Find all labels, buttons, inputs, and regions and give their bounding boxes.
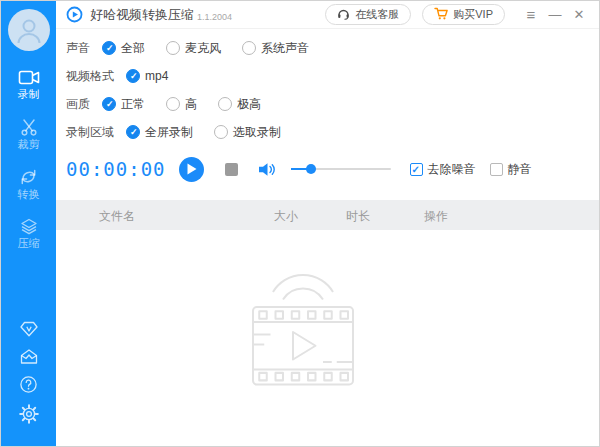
online-support-button[interactable]: 在线客服 bbox=[325, 4, 411, 25]
settings-icon[interactable] bbox=[19, 404, 39, 424]
sidebar-item-label: 裁剪 bbox=[18, 139, 40, 150]
radio-option-label: 全屏录制 bbox=[145, 124, 193, 141]
radio-option-mp4[interactable]: mp4 bbox=[126, 69, 168, 83]
camera-icon bbox=[18, 69, 40, 86]
radio-checked-icon bbox=[126, 125, 140, 139]
sidebar-item-compress[interactable]: 压缩 bbox=[1, 215, 56, 252]
sidebar-item-trim[interactable]: 裁剪 bbox=[1, 115, 56, 153]
column-duration: 时长 bbox=[346, 208, 370, 225]
radio-option-microphone[interactable]: 麦克风 bbox=[166, 40, 221, 57]
user-icon bbox=[14, 15, 44, 45]
play-button[interactable] bbox=[179, 157, 204, 182]
radio-option-label: 麦克风 bbox=[185, 40, 221, 57]
column-filename: 文件名 bbox=[99, 208, 135, 225]
sidebar: 录制 裁剪 bbox=[1, 1, 56, 446]
record-area-label: 录制区域 bbox=[66, 124, 114, 141]
quality-label: 画质 bbox=[66, 96, 90, 113]
buy-vip-button[interactable]: 购买VIP bbox=[422, 4, 505, 25]
buy-vip-label: 购买VIP bbox=[453, 7, 493, 22]
sound-row: 声音 全部 麦克风 系统声音 bbox=[66, 34, 599, 62]
checkbox-icon bbox=[490, 163, 503, 176]
quality-row: 画质 正常 高 极高 bbox=[66, 90, 599, 118]
radio-option-label: 系统声音 bbox=[261, 40, 309, 57]
radio-option-select-region[interactable]: 选取录制 bbox=[214, 124, 281, 141]
app-version: 1.1.2004 bbox=[197, 12, 232, 22]
titlebar: 好哈视频转换压缩 1.1.2004 在线客服 bbox=[56, 1, 599, 29]
mute-label: 静音 bbox=[508, 161, 532, 178]
radio-option-system-sound[interactable]: 系统声音 bbox=[242, 40, 309, 57]
file-list-empty-state bbox=[56, 230, 599, 446]
radio-option-label: 选取录制 bbox=[233, 124, 281, 141]
checkbox-checked-icon bbox=[410, 163, 423, 176]
video-format-label: 视频格式 bbox=[66, 68, 114, 85]
radio-option-label: 极高 bbox=[237, 96, 261, 113]
radio-option-label: 正常 bbox=[121, 96, 145, 113]
record-area-row: 录制区域 全屏录制 选取录制 bbox=[66, 118, 599, 146]
record-options: 声音 全部 麦克风 系统声音 视频格式 mp4 bbox=[56, 29, 599, 146]
volume-icon[interactable] bbox=[258, 162, 278, 177]
sidebar-bottom bbox=[19, 320, 39, 446]
vip-diamond-icon[interactable] bbox=[19, 320, 39, 338]
radio-checked-icon bbox=[102, 41, 116, 55]
video-format-row: 视频格式 mp4 bbox=[66, 62, 599, 90]
convert-icon bbox=[19, 168, 38, 186]
minimize-icon[interactable]: — bbox=[543, 1, 567, 29]
radio-option-normal[interactable]: 正常 bbox=[102, 96, 145, 113]
film-reel-icon bbox=[228, 272, 378, 401]
column-size: 大小 bbox=[274, 208, 298, 225]
online-support-label: 在线客服 bbox=[355, 7, 399, 22]
play-icon bbox=[186, 163, 197, 175]
radio-checked-icon bbox=[102, 97, 116, 111]
volume-slider[interactable] bbox=[291, 168, 391, 170]
radio-option-label: 全部 bbox=[121, 40, 145, 57]
sidebar-nav: 录制 裁剪 bbox=[1, 66, 56, 252]
noise-removal-label: 去除噪音 bbox=[428, 161, 476, 178]
sidebar-item-convert[interactable]: 转换 bbox=[1, 165, 56, 203]
help-icon[interactable] bbox=[19, 375, 38, 394]
recording-timer: 00:00:00 bbox=[66, 158, 166, 180]
radio-icon bbox=[218, 97, 232, 111]
mute-checkbox[interactable]: 静音 bbox=[490, 161, 532, 178]
stop-button[interactable] bbox=[225, 163, 238, 176]
headset-icon bbox=[337, 7, 350, 22]
mail-icon[interactable] bbox=[19, 348, 39, 365]
app-window: 录制 裁剪 bbox=[0, 0, 600, 447]
column-operation: 操作 bbox=[424, 208, 448, 225]
sidebar-item-label: 压缩 bbox=[18, 238, 40, 249]
scissors-icon bbox=[20, 118, 38, 136]
main-area: 好哈视频转换压缩 1.1.2004 在线客服 bbox=[56, 1, 599, 446]
close-icon[interactable]: ✕ bbox=[567, 1, 591, 29]
avatar[interactable] bbox=[8, 9, 50, 51]
sidebar-item-record[interactable]: 录制 bbox=[1, 66, 56, 103]
radio-option-fullscreen[interactable]: 全屏录制 bbox=[126, 124, 193, 141]
file-table-header: 文件名 大小 时长 操作 bbox=[56, 200, 599, 230]
radio-option-high[interactable]: 高 bbox=[166, 96, 197, 113]
cart-icon bbox=[434, 7, 448, 22]
app-logo-icon bbox=[66, 6, 83, 23]
recorder-controls: 00:00:00 去除噪音 bbox=[56, 149, 599, 189]
radio-option-very-high[interactable]: 极高 bbox=[218, 96, 261, 113]
menu-icon[interactable]: ≡ bbox=[519, 1, 543, 29]
app-title: 好哈视频转换压缩 bbox=[90, 6, 194, 24]
layers-icon bbox=[20, 218, 38, 235]
volume-slider-thumb[interactable] bbox=[306, 164, 316, 174]
sidebar-item-label: 转换 bbox=[18, 189, 40, 200]
radio-option-label: 高 bbox=[185, 96, 197, 113]
radio-icon bbox=[166, 41, 180, 55]
sound-label: 声音 bbox=[66, 40, 90, 57]
radio-checked-icon bbox=[126, 69, 140, 83]
sidebar-item-label: 录制 bbox=[18, 89, 40, 100]
noise-removal-checkbox[interactable]: 去除噪音 bbox=[410, 161, 476, 178]
radio-icon bbox=[214, 125, 228, 139]
radio-option-all[interactable]: 全部 bbox=[102, 40, 145, 57]
radio-icon bbox=[242, 41, 256, 55]
radio-option-label: mp4 bbox=[145, 69, 168, 83]
radio-icon bbox=[166, 97, 180, 111]
